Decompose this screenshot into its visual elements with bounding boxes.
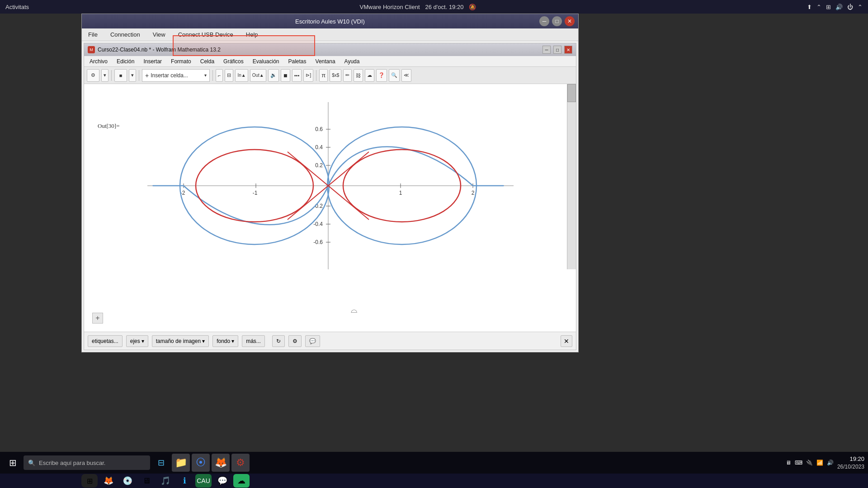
search-placeholder: Escribe aquí para buscar. xyxy=(39,460,105,466)
toolbar-help-btn[interactable]: ❓ xyxy=(376,69,387,82)
toolbar-cell2-btn[interactable]: ⊟ xyxy=(225,69,233,82)
system-bar: Activitats VMware Horizon Client 26 d'oc… xyxy=(0,0,868,14)
toolbar-stop-btn[interactable]: ⏹ xyxy=(281,69,290,82)
plot-refresh-btn[interactable]: ↻ xyxy=(272,335,285,347)
mathematica-taskbar[interactable]: ⚙ xyxy=(231,454,250,472)
math-menu-edicion[interactable]: Edición xyxy=(115,58,136,65)
vmware-close-button[interactable]: ✕ xyxy=(565,16,575,26)
activities-label[interactable]: Activitats xyxy=(5,4,29,10)
tray-usb[interactable]: 🔌 xyxy=(806,460,813,466)
plot-more-btn[interactable]: más... xyxy=(242,335,265,347)
vmware-menu-file[interactable]: File xyxy=(85,30,100,39)
math-menu-paletas[interactable]: Paletas xyxy=(287,58,308,65)
toolbar-speaker-btn[interactable]: 🔉 xyxy=(268,69,279,82)
math-close-button[interactable]: ✕ xyxy=(564,46,572,54)
toolbar-sep4 xyxy=(316,70,316,81)
math-menu-insertar[interactable]: Insertar xyxy=(142,58,164,65)
vmware-maximize-button[interactable]: □ xyxy=(552,16,562,26)
toolbar-more-btn[interactable]: ••• xyxy=(292,69,302,82)
toolbar-pencil-btn[interactable]: ✏ xyxy=(343,69,352,82)
plot-comment-btn[interactable]: 💬 xyxy=(305,335,320,347)
chrome-taskbar[interactable]: ⦿ xyxy=(192,454,210,472)
toolbar-settings-btn[interactable]: ⚙ xyxy=(87,69,99,82)
svg-text:2: 2 xyxy=(472,190,475,196)
vmware-menu-connection[interactable]: Connection xyxy=(108,30,143,39)
vertical-scrollbar[interactable] xyxy=(567,84,576,269)
plot-container: -2 -1 1 2 0.6 0.4 0.2 0.2 xyxy=(120,89,514,269)
toolbar-eval-btn[interactable]: ⊳] xyxy=(303,69,313,82)
clock-date: 26/10/2023 xyxy=(837,463,864,471)
dock-icon-monitor[interactable]: 🖥 xyxy=(138,474,155,488)
math-menu-archivo[interactable]: Archivo xyxy=(88,58,109,65)
sys-tray-power[interactable]: ⏻ xyxy=(847,4,853,10)
toolbar-dollar-btn[interactable]: $x$ xyxy=(330,69,341,82)
dock-icon-music[interactable]: 🎵 xyxy=(157,474,174,488)
math-menu-celda[interactable]: Celda xyxy=(198,58,216,65)
plot-background-btn[interactable]: fondo ▾ xyxy=(212,335,238,347)
tray-keyboard[interactable]: ⌨ xyxy=(795,460,802,466)
toolbar-cloud-btn[interactable]: ☁ xyxy=(365,69,374,82)
dock-icon-chat[interactable]: 💬 xyxy=(214,474,231,488)
file-explorer-taskbar[interactable]: 📁 xyxy=(172,454,190,472)
math-maximize-button[interactable]: □ xyxy=(553,46,561,54)
toolbar-pi-btn[interactable]: π xyxy=(319,69,328,82)
plot-axes-btn[interactable]: ejes ▾ xyxy=(126,335,148,347)
system-tray: 🖥 ⌨ 🔌 📶 🔊 19:20 26/10/2023 xyxy=(786,455,864,471)
plot-gear-btn[interactable]: ⚙ xyxy=(288,335,302,347)
toolbar-dropdown1[interactable]: ▾ xyxy=(101,69,108,82)
tray-monitor[interactable]: 🖥 xyxy=(786,460,791,466)
toolbar-eval-out-btn[interactable]: Out▲ xyxy=(250,69,266,82)
dock-icon-disk[interactable]: 💿 xyxy=(119,474,136,488)
svg-text:-0.4: -0.4 xyxy=(313,221,323,227)
dock-icon-grid[interactable]: ⊞ xyxy=(81,474,98,488)
vmware-title: Escritorio Aules W10 (VDI) xyxy=(295,18,365,25)
taskbar-top: ⊞ 🔍 Escribe aquí para buscar. ⊟ 📁 ⦿ 🦊 ⚙ … xyxy=(0,452,868,474)
plot-imagesize-btn[interactable]: tamaño de imagen ▾ xyxy=(152,335,209,347)
cell-type-selector[interactable]: + Insertar celda... ▾ xyxy=(142,69,210,82)
vmware-menu-usb[interactable]: Connect USB Device xyxy=(175,30,236,39)
plot-close-btn[interactable]: ✕ xyxy=(561,335,572,347)
vmware-titlebar: Escritorio Aules W10 (VDI) ─ □ ✕ xyxy=(82,14,578,28)
svg-text:0.4: 0.4 xyxy=(315,144,323,150)
tray-volume[interactable]: 🔊 xyxy=(827,460,834,466)
sys-tray-volume[interactable]: 🔊 xyxy=(835,4,843,10)
sys-tray-network2: ⊞ xyxy=(826,4,831,10)
toolbar-link-btn[interactable]: ⛓ xyxy=(354,69,363,82)
math-menu-formato[interactable]: Formato xyxy=(169,58,193,65)
toolbar-eval-in-btn[interactable]: In▲ xyxy=(235,69,248,82)
vmware-menu-help[interactable]: Help xyxy=(243,30,261,39)
out-label: Out[30]= xyxy=(98,122,120,130)
dock-icon-firefox[interactable]: 🦊 xyxy=(100,474,117,488)
sys-tray-chevron2[interactable]: ⌃ xyxy=(858,4,863,10)
taskbar-search[interactable]: 🔍 Escribe aquí para buscar. xyxy=(24,455,150,470)
toolbar-collapse-btn[interactable]: ≪ xyxy=(401,69,411,82)
task-view-icon[interactable]: ⊟ xyxy=(152,454,170,472)
plot-bottom-toolbar: etiquetas... ejes ▾ tamaño de imagen ▾ f… xyxy=(84,332,576,350)
math-menu-graficos[interactable]: Gráficos xyxy=(222,58,245,65)
firefox-taskbar[interactable]: 🦊 xyxy=(212,454,230,472)
vmware-minimize-button[interactable]: ─ xyxy=(539,16,549,26)
toolbar-bracket-btn[interactable]: ⌐ xyxy=(216,69,223,82)
vmware-app-label[interactable]: VMware Horizon Client xyxy=(360,4,420,10)
sys-tray-chevron[interactable]: ⌃ xyxy=(816,4,821,10)
math-menu-ayuda[interactable]: Ayuda xyxy=(343,58,362,65)
dock-icon-info[interactable]: ℹ xyxy=(176,474,193,488)
add-cell-button[interactable]: + xyxy=(92,313,103,324)
toolbar-dropdown2[interactable]: ▾ xyxy=(129,69,136,82)
math-menu-ventana[interactable]: Ventana xyxy=(314,58,337,65)
dock-icon-cau[interactable]: CAU xyxy=(195,474,212,488)
toolbar-search-btn[interactable]: 🔍 xyxy=(389,69,400,82)
windows-start-button[interactable]: ⊞ xyxy=(4,454,22,472)
axes-dropdown-icon: ▾ xyxy=(142,338,144,344)
dock-bar: ⊞ 🦊 💿 🖥 🎵 ℹ CAU 💬 ☁ xyxy=(0,474,868,488)
vmware-menu-view[interactable]: View xyxy=(150,30,168,39)
notification-icon[interactable]: 🔕 xyxy=(469,4,476,10)
dock-icon-cloud[interactable]: ☁ xyxy=(233,474,250,488)
scrollbar-thumb[interactable] xyxy=(567,84,576,102)
math-minimize-button[interactable]: ─ xyxy=(542,46,551,54)
tray-network[interactable]: 📶 xyxy=(816,460,823,466)
toolbar-cell-btn[interactable]: ■ xyxy=(114,69,127,82)
plot-labels-btn[interactable]: etiquetas... xyxy=(88,335,123,347)
math-menu-evaluacion[interactable]: Evaluación xyxy=(251,58,281,65)
background-dropdown-icon: ▾ xyxy=(231,338,234,344)
